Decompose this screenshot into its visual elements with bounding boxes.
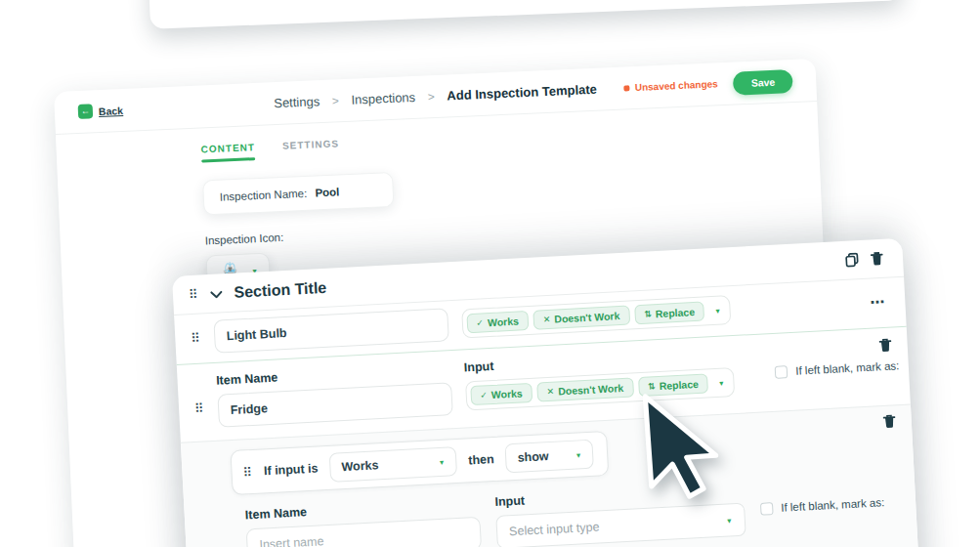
drag-handle-icon[interactable]: ⠿	[242, 465, 252, 478]
caret-down-icon: ▼	[718, 379, 725, 386]
unsaved-changes-badge: Unsaved changes	[624, 78, 718, 93]
drag-handle-icon[interactable]: ⠿	[194, 401, 204, 414]
trash-icon	[882, 413, 896, 429]
check-icon: ✓	[480, 390, 488, 400]
input-column: Input Select input type ▼	[494, 483, 746, 547]
condition-action-select[interactable]: show ▼	[505, 440, 594, 474]
swap-arrows-icon: ⇅	[644, 309, 652, 318]
replace-chip: ⇅ Replace	[634, 302, 705, 325]
chevron-down-icon[interactable]	[209, 284, 223, 303]
caret-down-icon: ▼	[575, 451, 581, 458]
if-left-blank-checkbox[interactable]	[760, 502, 774, 516]
doesnt-work-chip: ✕ Doesn't Work	[536, 377, 634, 401]
condition-then-label: then	[468, 452, 494, 467]
input-type-chip-group[interactable]: ✓ Works ✕ Doesn't Work ⇅ Replace ▼	[465, 367, 736, 410]
section-actions	[845, 251, 884, 268]
works-chip-label: Works	[488, 315, 519, 328]
unsaved-changes-label: Unsaved changes	[635, 78, 718, 93]
item-name-column: Item Name	[216, 361, 453, 427]
breadcrumb-item-settings[interactable]: Settings	[274, 94, 320, 110]
delete-condition-button[interactable]	[882, 413, 896, 429]
doesnt-work-chip-label: Doesn't Work	[554, 310, 620, 324]
if-left-blank-label: If left blank, mark as:	[795, 359, 900, 377]
header-actions: Unsaved changes Save	[623, 69, 792, 101]
condition-prefix-label: If input is	[264, 461, 319, 478]
breadcrumb-separator: >	[332, 94, 340, 107]
item-name-input[interactable]	[217, 382, 452, 428]
drag-handle-icon[interactable]: ⠿	[189, 288, 198, 301]
more-options-icon[interactable]: ⋯	[870, 293, 886, 312]
cross-icon: ✕	[543, 315, 551, 324]
inspection-name-value: Pool	[315, 186, 339, 198]
item-name-input[interactable]	[213, 308, 448, 354]
replace-chip: ⇅ Replace	[638, 373, 709, 397]
inspection-icon-label: Inspection Icon:	[205, 207, 823, 246]
background-card	[137, 0, 902, 29]
tab-settings[interactable]: SETTINGS	[282, 138, 340, 158]
unsaved-dot-icon	[624, 85, 630, 91]
breadcrumb-item-inspections[interactable]: Inspections	[351, 90, 415, 107]
condition-value-select[interactable]: Works ▼	[329, 446, 457, 483]
caret-down-icon: ▼	[714, 307, 721, 314]
replace-chip-label: Replace	[659, 378, 699, 392]
duplicate-section-button[interactable]	[845, 252, 860, 268]
doesnt-work-chip: ✕ Doesn't Work	[533, 306, 630, 330]
works-chip-label: Works	[491, 387, 523, 400]
vertical-divider	[754, 348, 757, 400]
replace-chip-label: Replace	[656, 306, 696, 319]
trash-icon	[878, 338, 892, 354]
input-type-select[interactable]: Select input type ▼	[495, 503, 746, 547]
if-left-blank-checkbox[interactable]	[775, 365, 788, 379]
cross-icon: ✕	[546, 387, 554, 397]
copy-icon	[845, 252, 860, 268]
condition-value: Works	[341, 458, 379, 474]
drag-handle-icon[interactable]: ⠿	[191, 331, 200, 344]
input-type-chip-group[interactable]: ✓ Works ✕ Doesn't Work ⇅ Replace ▼	[461, 295, 732, 338]
caret-down-icon: ▼	[726, 517, 733, 524]
works-chip: ✓ Works	[466, 311, 529, 333]
inspection-name-field[interactable]: Inspection Name: Pool	[202, 171, 394, 214]
section-title[interactable]: Section Title	[234, 278, 327, 301]
swap-arrows-icon: ⇅	[648, 381, 656, 391]
input-column: Input ✓ Works ✕ Doesn't Work ⇅ Replace ▼	[463, 347, 735, 414]
save-button[interactable]: Save	[733, 69, 793, 96]
breadcrumb-current: Add Inspection Template	[447, 82, 597, 104]
tab-content[interactable]: CONTENT	[200, 142, 255, 162]
app-canvas: ← Back Settings > Inspections > Add Insp…	[0, 0, 980, 547]
section-editor-card: ⠿ Section Title ⠿ ✓ Works	[172, 238, 923, 547]
nested-item-name-input[interactable]	[246, 517, 482, 547]
inspection-name-label: Inspection Name:	[220, 187, 308, 202]
works-chip: ✓ Works	[470, 383, 533, 405]
item-name-column: Item Name	[245, 496, 483, 547]
check-icon: ✓	[476, 317, 484, 327]
caret-down-icon: ▼	[438, 458, 445, 465]
trash-icon	[871, 251, 884, 267]
if-left-blank-label: If left blank, mark as:	[781, 496, 885, 514]
input-type-placeholder: Select input type	[509, 520, 600, 538]
condition-row: ⠿ If input is Works ▼ then show ▼	[230, 431, 609, 495]
delete-section-button[interactable]	[871, 251, 884, 267]
condition-action: show	[517, 449, 549, 465]
doesnt-work-chip-label: Doesn't Work	[558, 382, 624, 397]
delete-item-button[interactable]	[878, 338, 892, 354]
if-left-blank-option: If left blank, mark as:	[759, 475, 886, 535]
breadcrumb-separator: >	[427, 90, 435, 104]
